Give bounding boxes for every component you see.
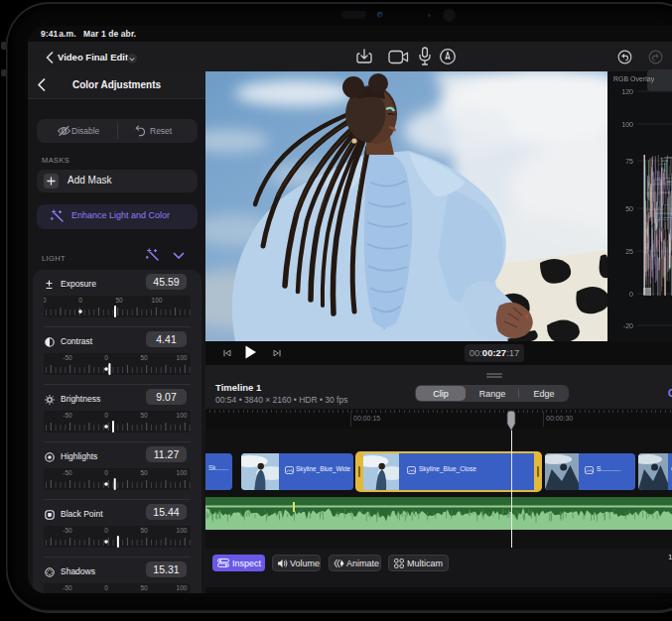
svg-text:75: 75 [625, 158, 633, 165]
svg-text:50: 50 [625, 205, 633, 212]
svg-text:0: 0 [629, 291, 633, 298]
svg-text:120: 120 [621, 88, 633, 95]
svg-text:-20: -20 [623, 322, 633, 329]
svg-text:25: 25 [625, 248, 633, 255]
svg-text:100: 100 [621, 121, 633, 128]
